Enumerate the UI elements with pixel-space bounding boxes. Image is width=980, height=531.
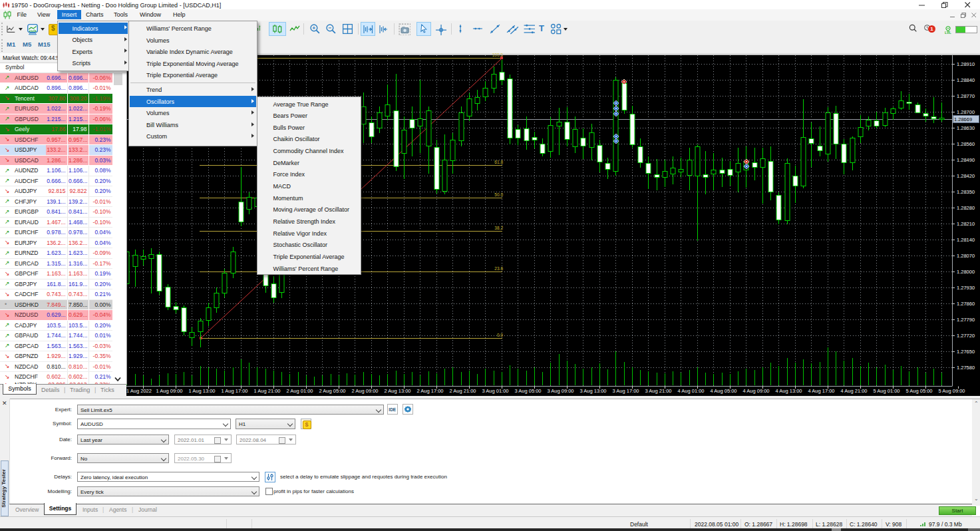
svg-text:1.28280: 1.28280 <box>957 205 975 211</box>
svg-text:1 Aug 21:00: 1 Aug 21:00 <box>253 388 280 394</box>
svg-text:1.28070: 1.28070 <box>957 253 975 259</box>
svg-text:3 Aug 09:00: 3 Aug 09:00 <box>547 388 573 394</box>
svg-text:1.28420: 1.28420 <box>957 173 975 179</box>
svg-text:4 Aug 17:00: 4 Aug 17:00 <box>808 388 834 394</box>
svg-text:2 Aug 21:00: 2 Aug 21:00 <box>449 388 476 394</box>
svg-text:1.27860: 1.27860 <box>957 301 975 307</box>
svg-text:1.27930: 1.27930 <box>957 285 975 291</box>
svg-text:0.0: 0.0 <box>497 333 503 337</box>
svg-text:1 Aug 13:00: 1 Aug 13:00 <box>188 388 215 394</box>
svg-text:3 Aug 17:00: 3 Aug 17:00 <box>612 388 639 394</box>
svg-text:1.27650: 1.27650 <box>957 349 975 355</box>
svg-text:4 Aug 13:00: 4 Aug 13:00 <box>775 388 802 394</box>
svg-text:2 Aug 01:00: 2 Aug 01:00 <box>286 388 313 394</box>
svg-text:5 Aug 01:00: 5 Aug 01:00 <box>873 388 899 394</box>
svg-text:1.27790: 1.27790 <box>957 317 975 323</box>
svg-text:1.28910: 1.28910 <box>957 61 975 67</box>
svg-text:3 Aug 21:00: 3 Aug 21:00 <box>645 388 671 394</box>
svg-text:4 Aug 01:00: 4 Aug 01:00 <box>677 388 704 394</box>
svg-text:1.28630: 1.28630 <box>957 125 975 131</box>
svg-text:1.28350: 1.28350 <box>957 189 975 195</box>
svg-text:3 Aug 01:00: 3 Aug 01:00 <box>482 388 508 394</box>
svg-text:4 Aug 05:00: 4 Aug 05:00 <box>710 388 736 394</box>
svg-text:38.2: 38.2 <box>494 226 503 230</box>
svg-text:4 Aug 09:00: 4 Aug 09:00 <box>742 388 769 394</box>
svg-text:2 Aug 05:00: 2 Aug 05:00 <box>319 388 345 394</box>
svg-text:1.27720: 1.27720 <box>957 333 975 339</box>
svg-text:4 Aug 21:00: 4 Aug 21:00 <box>840 388 867 394</box>
svg-text:5 Aug 05:00: 5 Aug 05:00 <box>905 388 932 394</box>
svg-text:1.28210: 1.28210 <box>957 221 975 227</box>
svg-text:2 Aug 17:00: 2 Aug 17:00 <box>416 388 443 394</box>
svg-text:3 Aug 13:00: 3 Aug 13:00 <box>579 388 606 394</box>
svg-text:1 Aug 2022: 1 Aug 2022 <box>126 388 152 394</box>
svg-text:5 Aug 09:00: 5 Aug 09:00 <box>938 388 965 394</box>
svg-text:3 Aug 05:00: 3 Aug 05:00 <box>514 388 541 394</box>
svg-text:1.28560: 1.28560 <box>957 141 975 147</box>
svg-text:1.28770: 1.28770 <box>957 93 975 99</box>
svg-text:1.28840: 1.28840 <box>957 77 975 83</box>
svg-text:1.28000: 1.28000 <box>957 269 975 275</box>
svg-text:1.27580: 1.27580 <box>957 365 975 371</box>
svg-text:1.28490: 1.28490 <box>957 157 975 163</box>
svg-text:1.28140: 1.28140 <box>957 237 975 243</box>
svg-text:2 Aug 09:00: 2 Aug 09:00 <box>351 388 378 394</box>
svg-text:61.8: 61.8 <box>494 160 503 164</box>
svg-text:1 Aug 09:00: 1 Aug 09:00 <box>156 388 182 394</box>
svg-text:23.6: 23.6 <box>494 266 503 271</box>
svg-text:2 Aug 13:00: 2 Aug 13:00 <box>384 388 410 394</box>
svg-text:1.28669: 1.28669 <box>954 116 972 122</box>
svg-text:50.0: 50.0 <box>494 192 503 197</box>
svg-text:1 Aug 17:00: 1 Aug 17:00 <box>221 388 247 394</box>
svg-text:1.28700: 1.28700 <box>957 109 975 115</box>
